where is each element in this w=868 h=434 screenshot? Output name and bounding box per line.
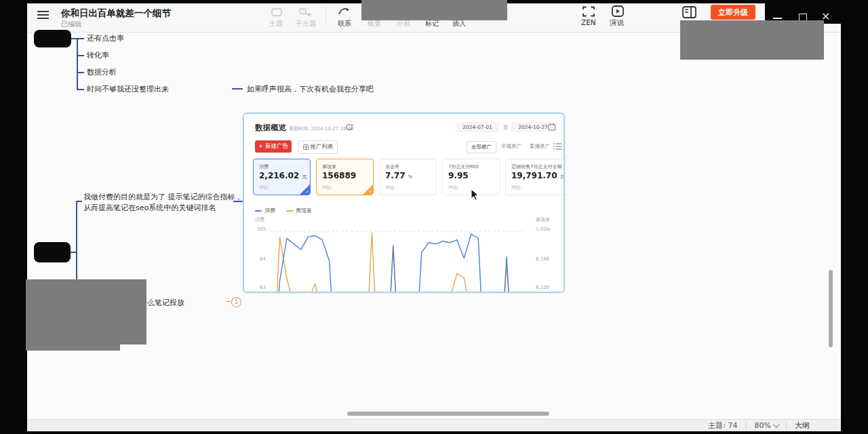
card-compare: 环比- [259,184,271,191]
left-tick: 63 [254,285,266,290]
panel-toggle-icon[interactable] [682,6,696,18]
node-click-rate[interactable]: 还有点击率 [87,33,124,43]
branch-line [77,38,78,90]
legend-swatch [286,210,293,212]
topic-number-badge[interactable]: 1 [231,297,241,307]
promo-list-icon [303,144,309,150]
node-analysis[interactable]: 数据分析 [87,67,117,77]
horizontal-scrollbar[interactable] [347,412,549,416]
right-tick: 1.02w [536,226,550,232]
card-label: 展现量 [322,163,336,170]
trend-chart [270,228,524,293]
node-paid-purpose-line2[interactable]: 从而提高笔记在seo系统中的关键词排名 [83,203,216,213]
branch-line [77,55,84,56]
zen-mode-icon [583,6,595,17]
metric-list-icon [553,142,561,151]
spend-line [273,234,521,293]
redaction-box-top-right [680,20,824,60]
right-axis-label: 展现量 [536,216,550,223]
topic-icon [271,8,282,16]
zoom-control[interactable]: 80% [755,421,778,430]
toolbar-topic[interactable]: 主题 [269,19,283,28]
present-button[interactable]: 演说 [610,18,624,28]
relation-icon [338,5,351,16]
branch-line [232,88,243,90]
branch-line [76,201,82,202]
metric-card-spend: 消费 2,216.02 元 环比- ✓ [253,159,311,195]
toolbar-insert[interactable]: 插入 [452,19,466,28]
date-from: 2024-07-01 [456,122,499,132]
node-comment[interactable]: 如果呼声很高，下次有机会我在分享吧 [247,84,374,94]
branch-line [71,252,77,253]
present-icon [612,5,624,17]
status-bar: 主题: 74 80% 大纲 [27,419,841,431]
tab-live-promo: 直播推广 [526,141,553,152]
node-paid-purpose-line1[interactable]: 我做付费的目的就是为了 提示笔记的综合指标， [83,192,243,202]
promo-list-button: 推广列表 [298,140,338,154]
redacted-topic-node[interactable] [34,30,71,47]
card-compare: 环比- [448,184,460,191]
left-tick: 105 [254,226,266,232]
tab-all-promo: 全部推广 [467,141,496,153]
card-label: 7日总支付ROI [448,163,479,170]
impressions-line [273,233,521,293]
toolbar-summary[interactable]: 概要 [368,19,381,28]
branch-line [77,72,84,73]
toolbar-subtopic[interactable]: 子主题 [296,19,316,28]
badge-connector [226,301,230,302]
branch-line [77,38,84,39]
metric-card-impressions: 展现量 156889 环比- ✓ [316,159,374,195]
vertical-scrollbar[interactable] [829,270,833,347]
left-axis-label: 消费 [255,216,264,223]
new-ad-button: + 新建广告 [255,140,292,153]
chevron-down-icon [773,421,780,428]
node-conversion[interactable]: 转化率 [87,50,109,60]
redaction-box-bottom-left [26,279,120,351]
toolbar-divider [326,7,326,22]
card-value: 9.95 [448,171,469,180]
tab-regular-promo: 常规推广 [498,141,525,152]
metric-card-pay-amount: 店铺销售7日总支付金额 19,791.70 元 环比- [505,159,565,195]
redacted-topic-node[interactable] [34,242,71,262]
dashboard-image-node[interactable]: 数据概览 更新时间: 2024-10-27 18:48 2024-07-01 至… [243,113,565,293]
toolbar-marker[interactable]: 标记 [425,19,439,28]
date-separator: 至 [503,124,509,131]
legend-item-impressions: 展现量 [286,207,312,214]
card-value: 7.77 % [385,171,412,180]
card-label: 点击率 [385,163,399,170]
right-tick: 6,120 [536,285,549,290]
subtopic-icon [299,8,311,16]
card-value: 156889 [322,171,356,180]
dashboard-title: 数据概览 [255,123,286,133]
legend-swatch [255,210,262,212]
legend-item-spend: 消费 [255,207,275,214]
card-value: 2,216.02 元 [259,171,307,180]
right-tick: 8,160 [536,256,549,262]
toolbar-boundary[interactable]: 外框 [397,19,410,28]
metric-card-ctr: 点击率 7.77 % 环比- [379,159,437,195]
outline-button[interactable]: 大纲 [795,420,810,431]
redaction-box-toolbar [361,0,507,20]
mouse-cursor [471,189,479,201]
dashboard-updated: 更新时间: 2024-10-27 18:48 [289,125,354,132]
card-label: 店铺销售7日总支付金额 [511,163,561,170]
toolbar-relation[interactable]: 联系 [338,19,351,28]
topic-count: 主题: 74 [708,420,737,431]
document-status: 已编辑 [61,20,81,29]
card-compare: 环比- [511,184,523,191]
upgrade-button[interactable]: 立即升级 [711,5,755,20]
hamburger-menu-icon[interactable] [37,10,49,20]
left-tick: 84 [254,256,266,262]
card-value: 19,791.70 元 [511,171,565,180]
card-compare: 环比- [385,184,397,191]
refresh-icon [346,123,353,131]
zen-mode-button[interactable]: ZEN [581,18,596,26]
card-label: 消费 [259,163,269,170]
node-no-time[interactable]: 时间不够我还没整理出来 [87,84,169,94]
branch-line [77,89,84,90]
calendar-icon [548,123,556,131]
card-compare: 环比- [322,184,334,191]
minimize-button[interactable] [773,18,782,19]
document-title: 你和日出百单就差一个细节 [61,7,171,20]
